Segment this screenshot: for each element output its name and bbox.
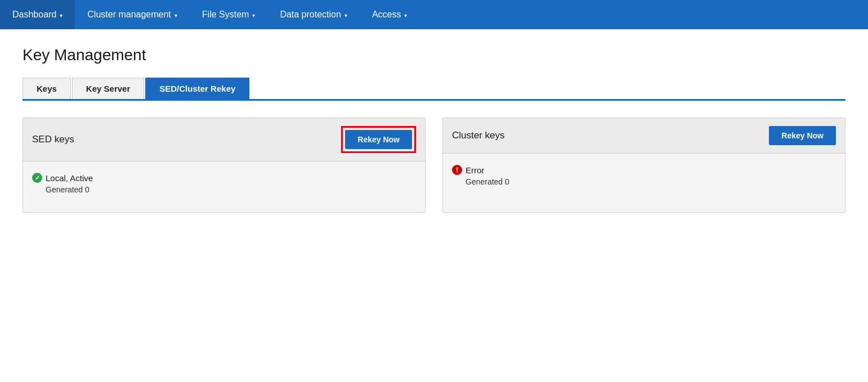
page-content: Key Management Keys Key Server SED/Clust… [0,29,868,235]
rekey-now-button-cluster[interactable]: Rekey Now [769,126,836,145]
nav-item-file-system[interactable]: File System ▾ [190,0,268,29]
tab-key-server[interactable]: Key Server [72,78,144,99]
cluster-status-text: Error [466,165,484,175]
cluster-status-line: Error [452,165,836,175]
card-cluster-keys-title: Cluster keys [452,130,505,141]
tabs-bar: Keys Key Server SED/Cluster Rekey [23,78,845,101]
card-sed-keys-body: Local, Active Generated 0 [23,161,425,212]
status-error-icon [452,165,462,175]
nav-label-data-protection: Data protection [280,10,341,20]
nav-label-access: Access [372,10,401,20]
navbar: Dashboard ▾ Cluster management ▾ File Sy… [0,0,868,29]
nav-label-dashboard: Dashboard [12,10,56,20]
nav-label-cluster-management: Cluster management [87,10,171,20]
nav-item-access[interactable]: Access ▾ [360,0,420,29]
sed-generated-text: Generated 0 [46,185,416,194]
status-ok-icon [32,173,42,183]
nav-item-cluster-management[interactable]: Cluster management ▾ [75,0,190,29]
page-title: Key Management [23,46,845,64]
cluster-generated-text: Generated 0 [466,177,836,186]
cards-row: SED keys Rekey Now Local, Active Generat… [23,118,845,213]
card-cluster-keys-body: Error Generated 0 [443,154,845,204]
rekey-now-highlight-wrapper: Rekey Now [341,126,416,153]
chevron-down-icon: ▾ [344,12,347,19]
card-cluster-keys: Cluster keys Rekey Now Error Generated 0 [442,118,845,213]
chevron-down-icon: ▾ [60,12,62,19]
sed-status-line: Local, Active [32,173,416,183]
tab-keys[interactable]: Keys [23,78,71,99]
nav-item-data-protection[interactable]: Data protection ▾ [267,0,360,29]
chevron-down-icon: ▾ [404,12,407,19]
tab-sed-cluster-rekey[interactable]: SED/Cluster Rekey [145,78,249,99]
card-sed-keys: SED keys Rekey Now Local, Active Generat… [23,118,426,213]
card-sed-keys-header: SED keys Rekey Now [23,118,425,161]
nav-label-file-system: File System [202,10,249,20]
sed-status-text: Local, Active [46,173,93,183]
chevron-down-icon: ▾ [175,12,177,19]
chevron-down-icon: ▾ [252,12,255,19]
card-sed-keys-title: SED keys [32,134,74,145]
nav-item-dashboard[interactable]: Dashboard ▾ [0,0,75,29]
card-cluster-keys-header: Cluster keys Rekey Now [443,118,845,154]
rekey-now-button-sed[interactable]: Rekey Now [345,130,412,149]
